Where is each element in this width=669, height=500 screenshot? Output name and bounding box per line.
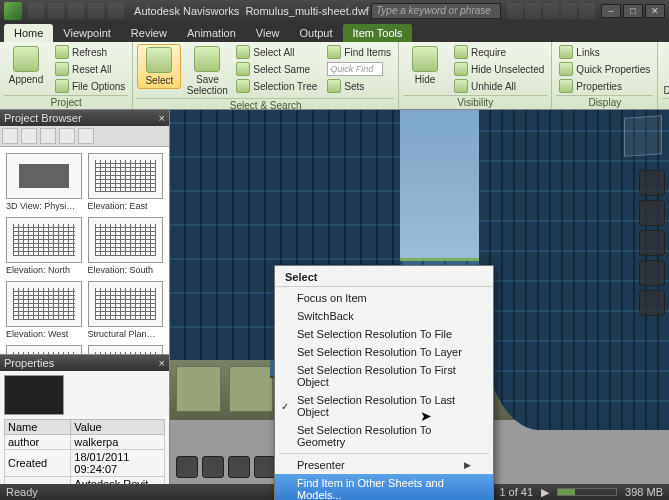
- sets-button[interactable]: Sets: [324, 78, 394, 94]
- sheet-thumb[interactable]: Elevation: East: [88, 153, 164, 211]
- context-menu-header: Select: [275, 268, 493, 287]
- unhide-icon: [454, 79, 468, 93]
- minimize-button[interactable]: –: [601, 4, 621, 18]
- sheet-thumb[interactable]: Elevation: South: [88, 217, 164, 275]
- help-icon[interactable]: [579, 3, 595, 19]
- menu-item[interactable]: Find Item in Other Sheets and Models...: [275, 474, 493, 500]
- qat-open-icon[interactable]: [48, 3, 64, 19]
- tab-item-tools[interactable]: Item Tools: [343, 24, 413, 42]
- maximize-button[interactable]: □: [623, 4, 643, 18]
- properties-title[interactable]: Properties×: [0, 355, 169, 371]
- panel-title-project: Project: [4, 95, 128, 109]
- progress-bar: [557, 488, 617, 496]
- menu-item[interactable]: Presenter▶: [275, 456, 493, 474]
- refresh-icon: [55, 45, 69, 59]
- view-cube[interactable]: [624, 115, 662, 157]
- save-selection-button[interactable]: Save Selection: [185, 44, 229, 98]
- require-button[interactable]: Require: [451, 44, 547, 60]
- tab-animation[interactable]: Animation: [177, 24, 246, 42]
- orbit-icon[interactable]: [639, 260, 665, 286]
- ribbon-tabs: Home Viewpoint Review Animation View Out…: [0, 22, 669, 42]
- hide-unselected-button[interactable]: Hide Unselected: [451, 61, 547, 77]
- qat-new-icon[interactable]: [28, 3, 44, 19]
- table-row[interactable]: authorwalkerpa: [5, 435, 165, 450]
- look-icon[interactable]: [639, 290, 665, 316]
- links-button[interactable]: Links: [556, 44, 653, 60]
- col-value[interactable]: Value: [71, 420, 165, 435]
- vp-first-icon[interactable]: [176, 456, 198, 478]
- hide-button[interactable]: Hide: [403, 44, 447, 87]
- browser-refresh-icon[interactable]: [59, 128, 75, 144]
- tab-output[interactable]: Output: [290, 24, 343, 42]
- tab-home[interactable]: Home: [4, 24, 53, 42]
- favorites-icon[interactable]: [561, 3, 577, 19]
- zoom-icon[interactable]: [639, 230, 665, 256]
- panel-close-icon[interactable]: ×: [159, 357, 165, 369]
- titlebar: Autodesk Navisworks Romulus_multi-sheet.…: [0, 0, 669, 22]
- panel-close-icon[interactable]: ×: [159, 112, 165, 124]
- menu-item[interactable]: Set Selection Resolution To Layer: [275, 343, 493, 361]
- sheet-thumb[interactable]: [88, 345, 164, 354]
- search-icon[interactable]: [507, 3, 523, 19]
- table-row[interactable]: CreatorAutodesk Revit Architectu…: [5, 477, 165, 485]
- vp-next-icon[interactable]: [254, 456, 276, 478]
- browser-import-icon[interactable]: [40, 128, 56, 144]
- select-all-button[interactable]: Select All: [233, 44, 320, 60]
- sheet-thumb[interactable]: Elevation: North: [6, 217, 82, 275]
- exchange-icon[interactable]: [543, 3, 559, 19]
- properties-button[interactable]: Properties: [556, 78, 653, 94]
- quick-find-field[interactable]: Quick Find: [324, 61, 394, 77]
- menu-item[interactable]: SwitchBack: [275, 307, 493, 325]
- menu-item[interactable]: Set Selection Resolution To Last Object: [275, 391, 493, 421]
- append-button[interactable]: Append: [4, 44, 48, 87]
- select-button[interactable]: Select: [137, 44, 181, 89]
- sheet-thumb[interactable]: [6, 345, 82, 354]
- tab-review[interactable]: Review: [121, 24, 177, 42]
- find-icon: [327, 45, 341, 59]
- select-all-icon: [236, 45, 250, 59]
- file-options-button[interactable]: File Options: [52, 78, 128, 94]
- browser-grid-icon[interactable]: [2, 128, 18, 144]
- search-input[interactable]: Type a keyword or phrase: [371, 3, 501, 19]
- selection-tree-button[interactable]: Selection Tree: [233, 78, 320, 94]
- vp-play-icon[interactable]: [228, 456, 250, 478]
- select-same-icon: [236, 62, 250, 76]
- find-items-button[interactable]: Find Items: [324, 44, 394, 60]
- sheet-thumb[interactable]: Structural Plan…: [88, 281, 164, 339]
- select-same-button[interactable]: Select Same: [233, 61, 320, 77]
- sheet-nav-next-icon[interactable]: ▶: [541, 486, 549, 499]
- menu-item[interactable]: Set Selection Resolution To First Object: [275, 361, 493, 391]
- sets-icon: [327, 79, 341, 93]
- app-menu-icon[interactable]: [4, 2, 22, 20]
- window-title: Autodesk Navisworks Romulus_multi-sheet.…: [132, 5, 371, 17]
- pan-icon[interactable]: [639, 200, 665, 226]
- menu-item[interactable]: Set Selection Resolution To Geometry: [275, 421, 493, 451]
- vp-prev-icon[interactable]: [202, 456, 224, 478]
- menu-item[interactable]: Set Selection Resolution To File: [275, 325, 493, 343]
- browser-prepare-icon[interactable]: [78, 128, 94, 144]
- qat-redo-icon[interactable]: [108, 3, 124, 19]
- col-name[interactable]: Name: [5, 420, 71, 435]
- refresh-button[interactable]: Refresh: [52, 44, 128, 60]
- project-browser-title[interactable]: Project Browser×: [0, 110, 169, 126]
- append-icon: [13, 46, 39, 72]
- sheet-thumb[interactable]: 3D View: Physi…: [6, 153, 82, 211]
- properties-table: NameValue authorwalkerpa Created18/01/20…: [4, 419, 165, 484]
- steering-wheel-icon[interactable]: [639, 170, 665, 196]
- table-row[interactable]: Created18/01/2011 09:24:07: [5, 450, 165, 477]
- reset-all-button[interactable]: Reset All: [52, 61, 128, 77]
- close-button[interactable]: ✕: [645, 4, 665, 18]
- tab-view[interactable]: View: [246, 24, 290, 42]
- quick-properties-button[interactable]: Quick Properties: [556, 61, 653, 77]
- unhide-all-button[interactable]: Unhide All: [451, 78, 547, 94]
- menu-item[interactable]: Focus on Item: [275, 289, 493, 307]
- sheet-thumb[interactable]: Elevation: West: [6, 281, 82, 339]
- quick-access-toolbar: [28, 3, 124, 19]
- qat-undo-icon[interactable]: [88, 3, 104, 19]
- clash-detective-button[interactable]: Clash Detective: [662, 44, 669, 98]
- project-browser-toolbar: [0, 126, 169, 147]
- tab-viewpoint[interactable]: Viewpoint: [53, 24, 121, 42]
- qat-save-icon[interactable]: [68, 3, 84, 19]
- subscription-icon[interactable]: [525, 3, 541, 19]
- browser-list-icon[interactable]: [21, 128, 37, 144]
